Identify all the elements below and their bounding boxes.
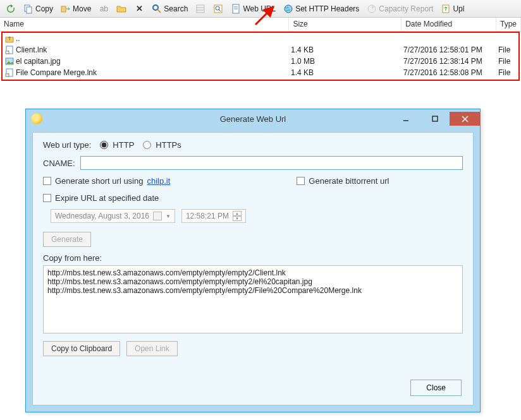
svg-point-20 — [8, 60, 9, 61]
copy-icon — [23, 4, 34, 14]
file-date: 7/27/2016 12:58:08 PM — [403, 68, 498, 77]
url-output[interactable]: http://mbs.test.new.s3.amazonaws.com/emp… — [43, 265, 463, 333]
file-name: File Compare Merge.lnk — [16, 68, 97, 77]
radio-http[interactable]: HTTP — [96, 140, 134, 150]
move-button[interactable]: Move — [58, 2, 94, 16]
chk-short-url[interactable]: Generate short url using chilp.it — [43, 176, 170, 186]
web-url-label: Web URL — [243, 4, 276, 13]
file-size: 1.0 MB — [291, 57, 403, 66]
folder-open-icon — [116, 4, 126, 14]
refresh-icon — [6, 4, 16, 14]
file-row[interactable]: File Compare Merge.lnk 1.4 KB 7/27/2016 … — [3, 67, 518, 78]
preview-button[interactable] — [210, 2, 226, 16]
file-list: .. Client.lnk 1.4 KB 7/27/2016 12:58:01 … — [1, 32, 520, 81]
time-value: 12:58:21 PM — [186, 212, 229, 220]
expire-time-picker[interactable]: 12:58:21 PM ▲▼ — [181, 209, 246, 223]
file-name: Client.lnk — [16, 45, 47, 54]
rename-icon: ab — [99, 4, 109, 14]
svg-point-14 — [285, 5, 292, 13]
open-folder-button[interactable] — [113, 2, 130, 16]
close-button[interactable]: Close — [410, 380, 462, 396]
page-icon — [231, 4, 241, 14]
file-row[interactable]: el capitan.jpg 1.0 MB 7/27/2016 12:38:14… — [3, 56, 518, 67]
image-icon — [5, 57, 14, 66]
file-type: File — [498, 45, 518, 54]
web-url-button[interactable]: Web URL — [228, 2, 279, 16]
expire-date-picker[interactable]: Wednesday, August 3, 2016 ▼ — [51, 209, 175, 223]
rename-button[interactable]: ab — [95, 2, 112, 16]
copy-from-label: Copy from here: — [43, 253, 463, 263]
file-row[interactable]: Client.lnk 1.4 KB 7/27/2016 12:58:01 PM … — [3, 44, 518, 56]
file-type: File — [498, 57, 518, 66]
capacity-label: Capacity Report — [379, 4, 433, 13]
search-button[interactable]: Search — [149, 2, 191, 16]
file-size: 1.4 KB — [291, 68, 403, 77]
chilp-link[interactable]: chilp.it — [147, 176, 170, 186]
checkbox-icon — [43, 177, 51, 185]
move-label: Move — [73, 4, 91, 13]
file-date: 7/27/2016 12:38:14 PM — [403, 57, 498, 66]
move-icon — [61, 4, 71, 14]
grid-button[interactable] — [192, 2, 209, 16]
delete-x-icon: ✕ — [134, 4, 144, 14]
copy-button[interactable]: Copy — [20, 2, 56, 16]
col-size[interactable]: Size — [289, 18, 401, 31]
globe-icon — [283, 4, 293, 14]
search-label: Search — [164, 4, 188, 13]
columns-header: Name Size Date Modified Type — [0, 18, 521, 32]
calendar-icon — [153, 212, 162, 220]
file-date: 7/27/2016 12:58:01 PM — [403, 45, 498, 54]
col-type[interactable]: Type — [496, 18, 521, 31]
delete-button[interactable]: ✕ — [131, 2, 147, 16]
upload-button[interactable]: Upl — [438, 2, 467, 16]
chk-bittorrent[interactable]: Generate bittorrent url — [297, 176, 389, 186]
cname-label: CNAME: — [43, 159, 75, 168]
capacity-button[interactable]: Capacity Report — [364, 2, 436, 16]
grid-icon — [195, 4, 205, 14]
chart-icon — [367, 4, 377, 14]
upload-label: Upl — [453, 4, 464, 13]
chevron-down-icon: ▼ — [166, 213, 171, 219]
svg-point-3 — [153, 5, 158, 10]
cname-input[interactable] — [80, 156, 463, 170]
svg-line-4 — [157, 9, 161, 13]
web-url-type-label: Web url type: — [43, 140, 91, 150]
url-line: http://mbs.test.new.s3.amazonaws.com/emp… — [47, 277, 458, 286]
minimize-button[interactable] — [391, 112, 420, 126]
upload-icon — [441, 4, 451, 14]
file-row-up[interactable]: .. — [3, 33, 518, 44]
open-link-button[interactable]: Open Link — [126, 341, 178, 356]
chk-expire[interactable]: Expire URL at specified date — [43, 193, 463, 203]
maximize-button[interactable] — [420, 112, 450, 126]
radio-https[interactable]: HTTPs — [139, 140, 181, 150]
svg-rect-5 — [197, 5, 204, 13]
shortcut-icon — [5, 68, 14, 77]
url-line: http://mbs.test.new.s3.amazonaws.com/emp… — [47, 286, 458, 295]
svg-rect-1 — [27, 7, 32, 13]
set-headers-button[interactable]: Set HTTP Headers — [280, 2, 362, 16]
col-name[interactable]: Name — [0, 18, 289, 31]
generate-button[interactable]: Generate — [43, 232, 91, 247]
svg-rect-22 — [6, 74, 9, 76]
svg-rect-18 — [6, 51, 9, 54]
col-date[interactable]: Date Modified — [401, 18, 496, 31]
radio-https-input[interactable] — [143, 141, 151, 149]
refresh-button[interactable] — [3, 2, 19, 16]
spinner-icon: ▲▼ — [233, 211, 242, 221]
file-name: el capitan.jpg — [16, 57, 61, 66]
copy-clipboard-button[interactable]: Copy to Clipboard — [43, 341, 120, 356]
dialog-titlebar[interactable]: Generate Web Url — [26, 109, 480, 128]
checkbox-icon — [43, 194, 51, 202]
radio-http-input[interactable] — [100, 141, 108, 149]
up-folder-icon — [5, 34, 14, 43]
file-type: File — [498, 68, 518, 77]
preview-icon — [213, 4, 223, 14]
main-toolbar: Copy Move ab ✕ Search Web URL — [0, 0, 521, 18]
generate-web-url-dialog: Generate Web Url Web url type: HTTP HTTP… — [25, 109, 481, 412]
set-headers-label: Set HTTP Headers — [295, 4, 359, 13]
svg-rect-25 — [432, 116, 438, 121]
window-close-button[interactable] — [450, 112, 480, 126]
date-value: Wednesday, August 3, 2016 — [55, 212, 149, 220]
dialog-body: Web url type: HTTP HTTPs CNAME: Generate… — [32, 132, 474, 405]
search-icon — [152, 4, 162, 14]
